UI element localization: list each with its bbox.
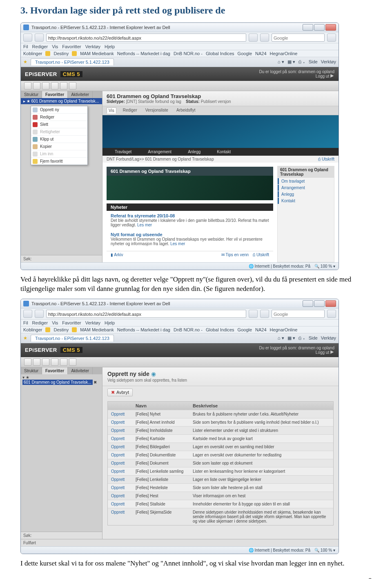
menu-verktoy[interactable]: Verktøy (85, 44, 100, 49)
news-link[interactable]: Referat fra styremøte 20/10-08 (111, 213, 269, 218)
stop-button[interactable] (260, 310, 269, 318)
opprett-link[interactable]: Opprett (111, 412, 125, 416)
opprett-link[interactable]: Opprett (111, 420, 125, 425)
favorites-star-icon[interactable]: ★ (23, 59, 27, 65)
read-more-link[interactable]: Les mer (170, 241, 185, 246)
link-item[interactable]: HegnarOnline (270, 51, 298, 56)
menu-klipp-ut[interactable]: Klipp ut (31, 136, 87, 143)
browser-tab[interactable]: Travsport.no - EPiServer 5.1.422.123 (31, 58, 114, 65)
tools-menu[interactable]: Verktøy (321, 59, 336, 65)
print-link[interactable]: ⎙ Utskrift (318, 157, 334, 161)
opprett-link[interactable]: Opprett (111, 445, 125, 449)
link-item[interactable]: NA24 (255, 327, 267, 332)
page-menu[interactable]: Side (309, 335, 318, 341)
toolbar-icon[interactable] (51, 358, 58, 366)
maximize-button[interactable] (314, 300, 325, 307)
menu-hjelp[interactable]: Hjelp (105, 320, 115, 325)
link-item[interactable]: Netfonds -- Markedet i dag (117, 51, 170, 56)
tab-versjonsliste[interactable]: Versjonsliste (144, 107, 170, 114)
minimize-button[interactable] (303, 24, 313, 31)
tab-aktiviteter[interactable]: Aktiviteter (68, 367, 93, 374)
print-icon[interactable]: ⎙ ▾ (298, 335, 305, 341)
nav-item[interactable]: Travlaget (115, 150, 131, 154)
menu-favoritter[interactable]: Favoritter (62, 44, 81, 49)
home-icon[interactable]: ⌂ ▾ (278, 335, 284, 341)
toolbar-icon[interactable] (24, 358, 31, 366)
tab-struktur[interactable]: Struktur (21, 91, 42, 98)
back-button[interactable] (23, 34, 32, 42)
refresh-button[interactable] (249, 310, 258, 318)
opprett-link[interactable]: Opprett (111, 494, 125, 498)
toolbar-icon[interactable] (69, 358, 76, 366)
archive-link[interactable]: ▮ Arkiv (111, 253, 123, 257)
opprett-link[interactable]: Opprett (111, 461, 125, 465)
opprett-link[interactable]: Opprett (111, 436, 125, 441)
close-button[interactable] (325, 24, 336, 31)
tab-arbeidsflyt[interactable]: Arbeidsflyt (175, 107, 197, 114)
link-item[interactable]: DnB NOR.no - (174, 327, 203, 332)
search-go-button[interactable] (327, 310, 336, 318)
opprett-link[interactable]: Opprett (111, 502, 125, 506)
menu-rediger[interactable]: Rediger (31, 114, 87, 121)
home-icon[interactable]: ⌂ ▾ (278, 59, 284, 65)
toolbar-icon[interactable] (33, 358, 40, 366)
tab-struktur[interactable]: Struktur (21, 367, 42, 374)
sidebar-link[interactable]: Om travlaget (278, 178, 334, 184)
search-box[interactable]: Google (272, 310, 325, 318)
status-zoom[interactable]: 🔍 100 % ▾ (314, 548, 335, 552)
cancel-button[interactable]: ✖ Avbryt (107, 389, 133, 396)
link-item[interactable]: Destiny (53, 51, 69, 56)
link-item[interactable]: NA24 (255, 51, 267, 56)
menu-opprett-ny[interactable]: Opprett ny (31, 106, 87, 114)
opprett-link[interactable]: Opprett (111, 469, 125, 474)
close-button[interactable] (325, 300, 336, 307)
nav-item[interactable]: Kontakt (217, 150, 231, 154)
tip-friend-link[interactable]: ✉ Tips en venn (221, 253, 249, 257)
favorites-star-icon[interactable]: ★ (23, 335, 27, 341)
page-menu[interactable]: Side (309, 59, 318, 65)
sidebar-link[interactable]: Arrangement (278, 185, 334, 191)
browser-tab[interactable]: Travsport.no - EPiServer 5.1.422.123 (31, 335, 114, 342)
toolbar-icon[interactable] (24, 82, 31, 89)
toolbar-icon[interactable] (51, 82, 58, 89)
toolbar-icon[interactable] (42, 358, 49, 366)
link-item[interactable]: MAM Mediebank (80, 327, 114, 332)
stop-button[interactable] (260, 34, 269, 42)
link-item[interactable]: Netfonds -- Markedet i dag (117, 327, 170, 332)
link-item[interactable]: HegnarOnline (270, 327, 298, 332)
nav-item[interactable]: Anlegg (188, 150, 200, 154)
feed-icon[interactable]: ▦ ▾ (287, 59, 295, 65)
address-bar[interactable]: http://travsport.rikstoto.no/s22/edit/de… (46, 310, 246, 318)
menu-rediger[interactable]: Rediger (32, 44, 48, 49)
print-icon[interactable]: ⎙ ▾ (298, 59, 305, 65)
print-link[interactable]: ⎙ Utskrift (253, 253, 269, 257)
tab-vis[interactable]: Vis (107, 107, 116, 114)
opprett-link[interactable]: Opprett (111, 428, 125, 433)
logout-link[interactable]: Logg ut (316, 350, 329, 355)
menu-rediger[interactable]: Rediger (32, 320, 48, 325)
tree-selected-item[interactable]: 601 Drammen og Opland Travselsk... (22, 380, 93, 385)
link-item[interactable]: Google (238, 327, 252, 332)
menu-slett[interactable]: Slett (31, 121, 87, 128)
nav-item[interactable]: Arrangement (148, 150, 172, 154)
link-item[interactable]: MAM Mediebank (80, 51, 114, 56)
link-item[interactable]: DnB NOR.no - (174, 51, 203, 56)
tab-rediger[interactable]: Rediger (121, 107, 139, 114)
tools-menu[interactable]: Verktøy (321, 335, 336, 341)
opprett-link[interactable]: Opprett (111, 477, 125, 482)
forward-button[interactable] (35, 310, 44, 318)
menu-kopier[interactable]: Kopier (31, 143, 87, 150)
sidebar-link[interactable]: Anlegg (278, 191, 334, 197)
toolbar-icon[interactable] (60, 358, 67, 366)
toolbar-icon[interactable] (69, 82, 76, 89)
menu-vis[interactable]: Vis (52, 44, 58, 49)
menu-fil[interactable]: Fil (23, 44, 28, 49)
opprett-link[interactable]: Opprett (111, 453, 125, 457)
status-zoom[interactable]: 🔍 100 % ▾ (314, 264, 335, 268)
link-item[interactable]: Global Indices (206, 327, 234, 332)
menu-vis[interactable]: Vis (52, 320, 58, 325)
menu-fjern-favoritt[interactable]: Fjern favoritt (31, 158, 87, 165)
opprett-link[interactable]: Opprett (111, 485, 125, 490)
logout-link[interactable]: Logg ut (316, 74, 329, 78)
search-box[interactable]: Google (272, 34, 325, 42)
